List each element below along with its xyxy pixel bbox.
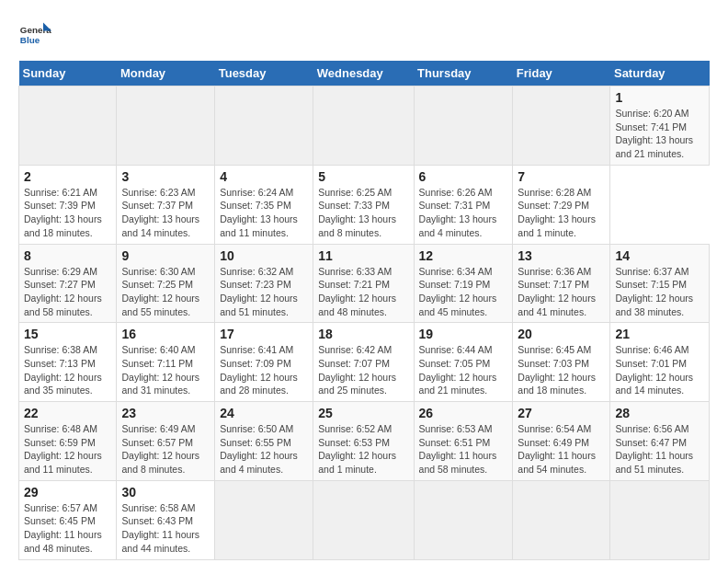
day-info: Sunrise: 6:58 AM Sunset: 6:43 PM Dayligh… bbox=[121, 501, 210, 556]
calendar-day-cell: 18Sunrise: 6:42 AM Sunset: 7:07 PM Dayli… bbox=[313, 323, 414, 402]
day-info: Sunrise: 6:34 AM Sunset: 7:19 PM Dayligh… bbox=[419, 265, 508, 319]
calendar-day-cell: 24Sunrise: 6:50 AM Sunset: 6:55 PM Dayli… bbox=[215, 402, 313, 481]
day-info: Sunrise: 6:50 AM Sunset: 6:55 PM Dayligh… bbox=[220, 422, 308, 477]
weekday-header: Sunday bbox=[19, 61, 117, 86]
day-info: Sunrise: 6:36 AM Sunset: 7:17 PM Dayligh… bbox=[518, 265, 605, 319]
day-info: Sunrise: 6:32 AM Sunset: 7:23 PM Dayligh… bbox=[220, 265, 308, 319]
day-info: Sunrise: 6:30 AM Sunset: 7:25 PM Dayligh… bbox=[121, 265, 210, 319]
day-number: 20 bbox=[518, 327, 605, 341]
calendar-day-cell: 27Sunrise: 6:54 AM Sunset: 6:49 PM Dayli… bbox=[513, 402, 610, 481]
weekday-header: Saturday bbox=[610, 61, 710, 86]
day-info: Sunrise: 6:33 AM Sunset: 7:21 PM Dayligh… bbox=[318, 265, 408, 319]
calendar-day-cell: 14Sunrise: 6:37 AM Sunset: 7:15 PM Dayli… bbox=[610, 244, 710, 323]
calendar-day-cell bbox=[215, 480, 313, 559]
calendar-day-cell: 25Sunrise: 6:52 AM Sunset: 6:53 PM Dayli… bbox=[313, 402, 414, 481]
day-number: 6 bbox=[419, 169, 508, 184]
weekday-header: Thursday bbox=[414, 61, 513, 86]
day-info: Sunrise: 6:21 AM Sunset: 7:39 PM Dayligh… bbox=[24, 186, 111, 240]
day-number: 5 bbox=[318, 169, 408, 184]
day-number: 27 bbox=[518, 406, 605, 420]
day-number: 13 bbox=[518, 248, 605, 263]
day-info: Sunrise: 6:56 AM Sunset: 6:47 PM Dayligh… bbox=[615, 422, 704, 477]
calendar-day-cell bbox=[19, 86, 117, 166]
day-info: Sunrise: 6:37 AM Sunset: 7:15 PM Dayligh… bbox=[615, 265, 704, 319]
day-number: 26 bbox=[419, 406, 508, 420]
day-number: 9 bbox=[121, 248, 210, 263]
calendar-week-row: 29Sunrise: 6:57 AM Sunset: 6:45 PM Dayli… bbox=[19, 480, 710, 559]
calendar-day-cell bbox=[117, 86, 215, 166]
calendar-day-cell: 20Sunrise: 6:45 AM Sunset: 7:03 PM Dayli… bbox=[513, 323, 610, 402]
day-number: 11 bbox=[318, 248, 408, 263]
day-number: 1 bbox=[615, 90, 704, 105]
day-info: Sunrise: 6:45 AM Sunset: 7:03 PM Dayligh… bbox=[518, 343, 605, 397]
calendar-day-cell: 15Sunrise: 6:38 AM Sunset: 7:13 PM Dayli… bbox=[19, 323, 117, 402]
day-number: 19 bbox=[419, 327, 508, 341]
day-info: Sunrise: 6:25 AM Sunset: 7:33 PM Dayligh… bbox=[318, 186, 408, 240]
calendar-day-cell: 11Sunrise: 6:33 AM Sunset: 7:21 PM Dayli… bbox=[313, 244, 414, 323]
calendar-day-cell: 13Sunrise: 6:36 AM Sunset: 7:17 PM Dayli… bbox=[513, 244, 610, 323]
day-number: 3 bbox=[121, 169, 210, 184]
calendar-day-cell: 5Sunrise: 6:25 AM Sunset: 7:33 PM Daylig… bbox=[313, 165, 414, 244]
calendar-day-cell: 19Sunrise: 6:44 AM Sunset: 7:05 PM Dayli… bbox=[414, 323, 513, 402]
svg-text:Blue: Blue bbox=[20, 35, 40, 45]
calendar-day-cell bbox=[313, 86, 414, 166]
calendar-day-cell: 30Sunrise: 6:58 AM Sunset: 6:43 PM Dayli… bbox=[117, 480, 215, 559]
calendar-day-cell: 28Sunrise: 6:56 AM Sunset: 6:47 PM Dayli… bbox=[610, 402, 710, 481]
day-info: Sunrise: 6:48 AM Sunset: 6:59 PM Dayligh… bbox=[24, 422, 111, 477]
weekday-header: Friday bbox=[513, 61, 610, 86]
day-info: Sunrise: 6:29 AM Sunset: 7:27 PM Dayligh… bbox=[24, 265, 111, 319]
day-number: 15 bbox=[24, 327, 111, 341]
day-number: 28 bbox=[615, 406, 704, 420]
day-info: Sunrise: 6:26 AM Sunset: 7:31 PM Dayligh… bbox=[419, 186, 508, 240]
calendar-day-cell: 22Sunrise: 6:48 AM Sunset: 6:59 PM Dayli… bbox=[19, 402, 117, 481]
day-info: Sunrise: 6:52 AM Sunset: 6:53 PM Dayligh… bbox=[318, 422, 408, 477]
day-number: 2 bbox=[24, 169, 111, 184]
calendar-table: SundayMondayTuesdayWednesdayThursdayFrid… bbox=[18, 61, 710, 560]
calendar-day-cell bbox=[313, 480, 414, 559]
calendar-day-cell: 1Sunrise: 6:20 AM Sunset: 7:41 PM Daylig… bbox=[610, 86, 710, 166]
weekday-header: Monday bbox=[117, 61, 215, 86]
day-number: 18 bbox=[318, 327, 408, 341]
calendar-week-row: 8Sunrise: 6:29 AM Sunset: 7:27 PM Daylig… bbox=[19, 244, 710, 323]
calendar-day-cell: 12Sunrise: 6:34 AM Sunset: 7:19 PM Dayli… bbox=[414, 244, 513, 323]
calendar-day-cell: 17Sunrise: 6:41 AM Sunset: 7:09 PM Dayli… bbox=[215, 323, 313, 402]
day-info: Sunrise: 6:24 AM Sunset: 7:35 PM Dayligh… bbox=[220, 186, 308, 240]
day-number: 10 bbox=[220, 248, 308, 263]
calendar-week-row: 15Sunrise: 6:38 AM Sunset: 7:13 PM Dayli… bbox=[19, 323, 710, 402]
day-info: Sunrise: 6:38 AM Sunset: 7:13 PM Dayligh… bbox=[24, 343, 111, 397]
page-header: General Blue bbox=[18, 18, 710, 52]
calendar-week-row: 22Sunrise: 6:48 AM Sunset: 6:59 PM Dayli… bbox=[19, 402, 710, 481]
calendar-day-cell: 2Sunrise: 6:21 AM Sunset: 7:39 PM Daylig… bbox=[19, 165, 117, 244]
day-number: 23 bbox=[121, 406, 210, 420]
calendar-day-cell: 21Sunrise: 6:46 AM Sunset: 7:01 PM Dayli… bbox=[610, 323, 710, 402]
calendar-day-cell: 10Sunrise: 6:32 AM Sunset: 7:23 PM Dayli… bbox=[215, 244, 313, 323]
calendar-day-cell: 4Sunrise: 6:24 AM Sunset: 7:35 PM Daylig… bbox=[215, 165, 313, 244]
calendar-day-cell bbox=[414, 86, 513, 166]
calendar-day-cell bbox=[610, 480, 710, 559]
calendar-day-cell: 6Sunrise: 6:26 AM Sunset: 7:31 PM Daylig… bbox=[414, 165, 513, 244]
day-info: Sunrise: 6:20 AM Sunset: 7:41 PM Dayligh… bbox=[615, 107, 704, 161]
weekday-header: Wednesday bbox=[313, 61, 414, 86]
calendar-day-cell bbox=[414, 480, 513, 559]
day-info: Sunrise: 6:41 AM Sunset: 7:09 PM Dayligh… bbox=[220, 343, 308, 397]
day-number: 25 bbox=[318, 406, 408, 420]
logo-icon: General Blue bbox=[18, 18, 51, 52]
day-info: Sunrise: 6:49 AM Sunset: 6:57 PM Dayligh… bbox=[121, 422, 210, 477]
calendar-header-row: SundayMondayTuesdayWednesdayThursdayFrid… bbox=[19, 61, 710, 86]
day-info: Sunrise: 6:28 AM Sunset: 7:29 PM Dayligh… bbox=[518, 186, 605, 240]
day-number: 7 bbox=[518, 169, 605, 184]
day-number: 8 bbox=[24, 248, 111, 263]
day-number: 29 bbox=[24, 485, 111, 500]
day-info: Sunrise: 6:42 AM Sunset: 7:07 PM Dayligh… bbox=[318, 343, 408, 397]
day-number: 14 bbox=[615, 248, 704, 263]
day-number: 30 bbox=[121, 485, 210, 500]
calendar-day-cell: 8Sunrise: 6:29 AM Sunset: 7:27 PM Daylig… bbox=[19, 244, 117, 323]
day-info: Sunrise: 6:23 AM Sunset: 7:37 PM Dayligh… bbox=[121, 186, 210, 240]
day-info: Sunrise: 6:53 AM Sunset: 6:51 PM Dayligh… bbox=[419, 422, 508, 477]
logo: General Blue bbox=[18, 18, 51, 52]
calendar-week-row: 1Sunrise: 6:20 AM Sunset: 7:41 PM Daylig… bbox=[19, 86, 710, 166]
calendar-day-cell: 26Sunrise: 6:53 AM Sunset: 6:51 PM Dayli… bbox=[414, 402, 513, 481]
day-number: 22 bbox=[24, 406, 111, 420]
day-number: 16 bbox=[121, 327, 210, 341]
day-number: 4 bbox=[220, 169, 308, 184]
